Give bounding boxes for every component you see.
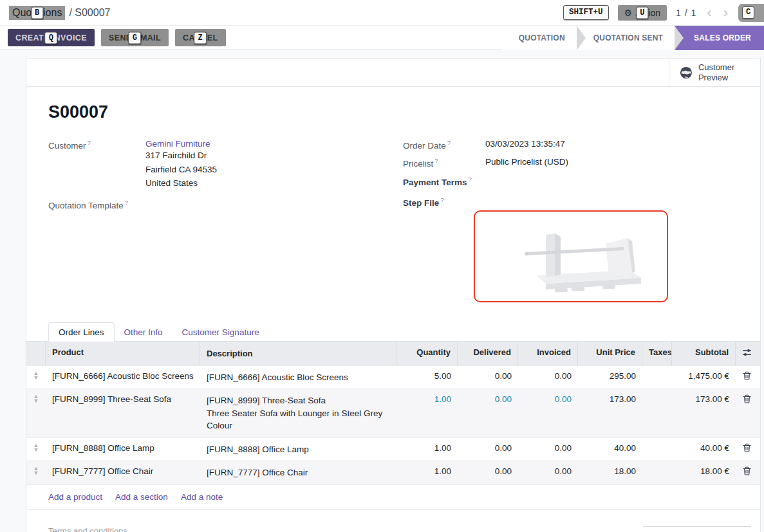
header-taxes: Taxes (642, 342, 672, 366)
send-email-button[interactable]: SEND EMAIL G (101, 29, 169, 46)
cell-unit-price[interactable]: 18.00 (578, 461, 642, 484)
field-order-date: Order Date? 03/03/2023 13:35:47 (403, 139, 747, 151)
field-step-file: Step File? (403, 196, 747, 208)
optional-columns-button[interactable] (736, 342, 758, 366)
cell-product[interactable]: [FURN_7777] Office Chair (46, 461, 200, 484)
pricelist-value[interactable]: Public Pricelist (USD) (485, 157, 568, 169)
customer-address-line2: Fairfield CA 94535 (145, 163, 217, 177)
cell-product[interactable]: [FURN_8888] Office Lamp (46, 438, 200, 461)
cell-invoiced-highlighted[interactable]: 0.00 (518, 389, 578, 437)
cell-unit-price[interactable]: 295.00 (578, 366, 642, 389)
order-line-row[interactable]: ▲▼ [FURN_6666] Acoustic Bloc Screens [FU… (26, 366, 760, 390)
table-header-row: Product Description Quantity Delivered I… (26, 342, 760, 366)
status-step-quotation-sent[interactable]: QUOTATION SENT (577, 26, 675, 50)
statusbar: QUOTATION QUOTATION SENT SALES ORDER (502, 26, 764, 50)
cell-description[interactable]: [FURN_8888] Office Lamp (200, 438, 396, 461)
status-step-sales-order-active[interactable]: SALES ORDER (675, 26, 764, 50)
breadcrumb-current: / S00007 (69, 7, 110, 19)
cell-delivered[interactable]: 0.00 (458, 366, 518, 389)
add-product-link[interactable]: Add a product (48, 492, 102, 502)
cell-delivered[interactable]: 0.00 (458, 438, 518, 461)
cell-product[interactable]: [FURN_8999] Three-Seat Sofa (46, 389, 200, 437)
header-product: Product (46, 342, 200, 366)
order-line-row[interactable]: ▲▼ [FURN_8888] Office Lamp [FURN_8888] O… (26, 438, 760, 462)
cell-invoiced[interactable]: 0.00 (518, 366, 578, 389)
field-groups: Customer? Gemini Furniture 317 Fairchild… (48, 139, 747, 302)
cell-unit-price[interactable]: 40.00 (578, 438, 642, 461)
tab-other-info[interactable]: Other Info (115, 323, 172, 342)
pager-previous-icon[interactable]: ‹ (705, 6, 713, 19)
status-quotation-sent-label: QUOTATION SENT (593, 33, 663, 42)
cell-quantity-highlighted[interactable]: 1.00 (396, 389, 458, 437)
tab-customer-signature[interactable]: Customer Signature (172, 323, 269, 342)
sheet-button-box: Customer Preview (26, 59, 760, 87)
status-step-quotation[interactable]: QUOTATION (502, 26, 577, 50)
delete-row-button[interactable] (736, 389, 758, 437)
create-invoice-button[interactable]: CREATE INVOICE Q (8, 29, 95, 46)
sliders-icon (742, 348, 752, 357)
cell-description[interactable]: [FURN_8999] Three-Seat Sofa Three Seater… (200, 389, 396, 437)
cell-quantity[interactable]: 1.00 (396, 438, 458, 461)
order-date-value[interactable]: 03/03/2023 13:35:47 (485, 139, 565, 151)
cell-quantity[interactable]: 1.00 (396, 461, 458, 484)
step-file-image[interactable] (474, 210, 668, 302)
field-group-right: Order Date? 03/03/2023 13:35:47 Pricelis… (403, 139, 747, 302)
drag-handle-icon[interactable]: ▲▼ (26, 389, 46, 437)
delete-row-button[interactable] (736, 438, 758, 461)
hinted-button-cutoff[interactable]: C (738, 4, 764, 22)
header-handle-column (26, 342, 46, 366)
help-icon: ? (125, 199, 128, 206)
cell-delivered[interactable]: 0.00 (458, 461, 518, 484)
cell-delivered-highlighted[interactable]: 0.00 (458, 389, 518, 437)
topbar-right-cluster: SHIFT+U ⚙ Action U 1 / 1 ‹ › C (563, 4, 755, 22)
cell-unit-price[interactable]: 173.00 (578, 389, 642, 437)
header-delivered: Delivered (458, 342, 518, 366)
trash-icon (743, 371, 751, 380)
cell-subtotal: 40.00 € (672, 438, 736, 461)
drag-handle-icon[interactable]: ▲▼ (26, 438, 46, 461)
delete-row-button[interactable] (736, 366, 758, 389)
customer-address-line1: 317 Fairchild Dr (145, 149, 217, 163)
field-customer: Customer? Gemini Furniture 317 Fairchild… (48, 139, 403, 190)
header-quantity: Quantity (396, 342, 458, 366)
cell-invoiced[interactable]: 0.00 (518, 438, 578, 461)
cell-taxes[interactable] (642, 461, 672, 484)
order-line-row[interactable]: ▲▼ [FURN_8999] Three-Seat Sofa [FURN_899… (26, 389, 760, 438)
add-note-link[interactable]: Add a note (181, 492, 223, 502)
cell-description[interactable]: [FURN_6666] Acoustic Bloc Screens (200, 366, 396, 389)
pager-next-icon[interactable]: › (722, 6, 729, 19)
drag-handle-icon[interactable]: ▲▼ (26, 461, 46, 484)
cell-invoiced[interactable]: 0.00 (518, 461, 578, 484)
hint-key-badge-q: Q (45, 32, 58, 44)
delete-row-button[interactable] (736, 461, 758, 484)
cancel-button[interactable]: CANCEL Z (175, 29, 225, 46)
header-subtotal: Subtotal (672, 342, 736, 366)
cell-taxes[interactable] (642, 366, 672, 389)
add-section-link[interactable]: Add a section (115, 492, 168, 502)
help-icon: ? (88, 139, 91, 146)
terms-and-conditions-input[interactable]: Terms and conditions... (48, 526, 135, 532)
breadcrumb-quotations-link[interactable]: Quotations B (9, 6, 65, 20)
header-description: Description (200, 342, 396, 366)
customer-address-line3: United States (145, 176, 217, 190)
drag-handle-icon[interactable]: ▲▼ (26, 366, 46, 389)
action-menu-button[interactable]: ⚙ Action U (618, 5, 667, 21)
cell-taxes[interactable] (642, 438, 672, 461)
cell-description[interactable]: [FURN_7777] Office Chair (200, 461, 396, 484)
cell-product[interactable]: [FURN_6666] Acoustic Bloc Screens (46, 366, 200, 389)
header-invoiced: Invoiced (518, 342, 578, 366)
customer-label: Customer? (48, 139, 145, 190)
form-sheet: Customer Preview S00007 Customer? Gemini… (26, 58, 761, 532)
hint-key-badge-shift-u: SHIFT+U (563, 5, 609, 20)
total-box: Total: 1,706.00 € (643, 526, 751, 532)
order-line-row[interactable]: ▲▼ [FURN_7777] Office Chair [FURN_7777] … (26, 461, 760, 485)
cell-quantity[interactable]: 5.00 (396, 366, 458, 389)
cell-taxes[interactable] (642, 389, 672, 437)
table-body: ▲▼ [FURN_6666] Acoustic Bloc Screens [FU… (26, 366, 760, 485)
help-icon: ? (434, 157, 438, 164)
customer-link[interactable]: Gemini Furniture (145, 139, 217, 149)
hint-key-badge-g: G (129, 32, 142, 44)
tab-order-lines[interactable]: Order Lines (48, 322, 115, 342)
help-icon: ? (447, 139, 451, 146)
customer-preview-button[interactable]: Customer Preview (669, 59, 760, 86)
